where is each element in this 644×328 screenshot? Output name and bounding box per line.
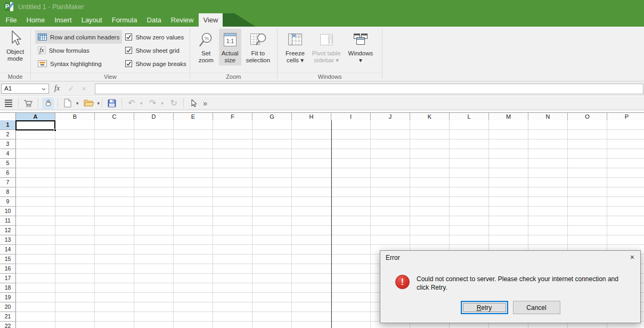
cell-G14[interactable] [252,245,292,255]
cell-E3[interactable] [174,140,213,149]
cell-A2[interactable] [16,130,55,140]
cell-E16[interactable] [174,264,213,274]
cell-F18[interactable] [213,283,252,293]
cell-O13[interactable] [568,235,607,245]
cell-D22[interactable] [134,322,174,328]
row-header-19[interactable]: 19 [0,293,16,302]
cell-B16[interactable] [55,264,95,274]
cell-L4[interactable] [450,149,489,159]
tab-home[interactable]: Home [22,13,50,27]
cell-G9[interactable] [252,197,292,207]
cell-G1[interactable] [252,120,292,130]
cell-E13[interactable] [174,235,213,245]
row-header-11[interactable]: 11 [0,216,16,226]
row-header-10[interactable]: 10 [0,207,16,216]
cell-P13[interactable] [607,235,644,245]
cell-M9[interactable] [489,197,528,207]
open-folder-dropdown-icon[interactable]: ▾ [97,101,100,106]
cell-L12[interactable] [450,226,489,235]
cell-E2[interactable] [174,130,213,140]
cell-M5[interactable] [489,159,528,168]
cell-G7[interactable] [252,178,292,187]
cell-G5[interactable] [252,159,292,168]
row-header-14[interactable]: 14 [0,245,16,255]
redo-icon[interactable]: ↷ [147,97,159,109]
set-zoom-button[interactable]: % Set zoom [195,29,217,65]
cell-H12[interactable] [292,226,331,235]
cell-I21[interactable] [331,312,371,322]
cell-D9[interactable] [134,197,174,207]
cell-B4[interactable] [55,149,95,159]
cell-F6[interactable] [213,168,252,178]
cell-B11[interactable] [55,216,95,226]
cell-P12[interactable] [607,226,644,235]
cell-G22[interactable] [252,322,292,328]
cell-F2[interactable] [213,130,252,140]
cell-M13[interactable] [489,235,528,245]
cell-I22[interactable] [331,322,371,328]
cell-F16[interactable] [213,264,252,274]
cell-L9[interactable] [450,197,489,207]
cell-H5[interactable] [292,159,331,168]
cell-F15[interactable] [213,255,252,264]
cell-G13[interactable] [252,235,292,245]
cell-F3[interactable] [213,140,252,149]
cell-C15[interactable] [95,255,134,264]
row-header-2[interactable]: 2 [0,130,16,140]
cell-D10[interactable] [134,207,174,216]
select-all-corner[interactable] [0,113,16,121]
cell-A21[interactable] [16,312,55,322]
cell-I4[interactable] [331,149,371,159]
cell-G21[interactable] [252,312,292,322]
cell-E10[interactable] [174,207,213,216]
new-document-dropdown-icon[interactable]: ▾ [76,101,79,106]
cell-I7[interactable] [331,178,371,187]
row-header-20[interactable]: 20 [0,302,16,312]
cell-G6[interactable] [252,168,292,178]
cell-A14[interactable] [16,245,55,255]
cell-P3[interactable] [607,140,644,149]
cell-F21[interactable] [213,312,252,322]
cell-D18[interactable] [134,283,174,293]
menu-icon[interactable] [3,97,14,109]
cell-D3[interactable] [134,140,174,149]
cell-K3[interactable] [410,140,450,149]
cell-M8[interactable] [489,187,528,197]
show-formulas-toggle[interactable]: fx Show formulas [35,44,122,57]
cell-E22[interactable] [174,322,213,328]
cell-J2[interactable] [371,130,410,140]
save-icon[interactable] [106,97,118,109]
cell-D4[interactable] [134,149,174,159]
cell-B8[interactable] [55,187,95,197]
cell-F7[interactable] [213,178,252,187]
cell-C7[interactable] [95,178,134,187]
cell-G19[interactable] [252,293,292,302]
cell-A15[interactable] [16,255,55,264]
repeat-icon[interactable]: ↻ [168,97,180,109]
cell-H14[interactable] [292,245,331,255]
cell-C10[interactable] [95,207,134,216]
cell-M3[interactable] [489,140,528,149]
cell-B21[interactable] [55,312,95,322]
column-header-P[interactable]: P [607,113,644,121]
cell-E1[interactable] [174,120,213,130]
cell-N3[interactable] [528,140,568,149]
row-header-22[interactable]: 22 [0,322,16,328]
cell-E14[interactable] [174,245,213,255]
cell-A5[interactable] [16,159,55,168]
cell-A20[interactable] [16,302,55,312]
cell-K7[interactable] [410,178,450,187]
cell-A19[interactable] [16,293,55,302]
row-header-13[interactable]: 13 [0,235,16,245]
cell-K2[interactable] [410,130,450,140]
redo-dropdown-icon[interactable]: ▾ [161,101,164,106]
cell-C9[interactable] [95,197,134,207]
cell-C4[interactable] [95,149,134,159]
cell-G8[interactable] [252,187,292,197]
cell-H21[interactable] [292,312,331,322]
cell-A18[interactable] [16,283,55,293]
cell-O6[interactable] [568,168,607,178]
cell-H15[interactable] [292,255,331,264]
cell-B5[interactable] [55,159,95,168]
cell-C19[interactable] [95,293,134,302]
